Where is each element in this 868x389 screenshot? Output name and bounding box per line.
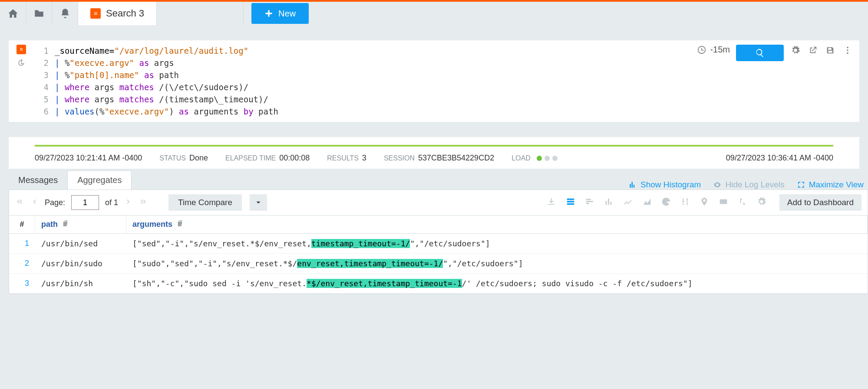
eye-off-icon xyxy=(713,180,722,189)
tab-messages[interactable]: Messages xyxy=(9,171,67,190)
new-button-label: New xyxy=(278,9,296,19)
tab-aggregates[interactable]: Aggregates xyxy=(67,170,132,190)
session-value: 537CBE3B54229CD2 xyxy=(418,154,494,163)
cell-path: /usr/bin/sudo xyxy=(35,254,126,273)
load-label: LOAD xyxy=(512,154,531,162)
page-label: Page: xyxy=(45,198,65,207)
add-to-dashboard-button[interactable]: Add to Dashboard xyxy=(779,194,861,211)
new-button[interactable]: New xyxy=(251,3,309,24)
first-page-button[interactable] xyxy=(15,197,24,208)
page-number-input[interactable] xyxy=(71,195,99,210)
time-range-value: -15m xyxy=(710,45,730,55)
hide-log-levels-button[interactable]: Hide Log Levels xyxy=(713,180,784,190)
area-chart-button[interactable] xyxy=(642,197,652,209)
share-button[interactable] xyxy=(807,45,818,56)
area-chart-icon xyxy=(642,197,652,206)
bar-horizontal-button[interactable] xyxy=(585,197,594,209)
more-menu-button[interactable] xyxy=(842,45,853,56)
open-button[interactable] xyxy=(26,2,52,25)
query-history-button[interactable] xyxy=(17,59,26,69)
table-row[interactable]: 2 /usr/bin/sudo ["sudo","sed","-i","s/en… xyxy=(9,254,868,274)
col-header-arguments[interactable]: arguments xyxy=(126,216,868,233)
run-search-button[interactable] xyxy=(736,45,784,61)
flow-icon xyxy=(738,197,747,206)
last-page-button[interactable] xyxy=(139,197,148,208)
query-panel: ≡ 123456 _sourceName="/var/log/laurel/au… xyxy=(9,40,859,122)
status-value: Done xyxy=(189,154,208,163)
svg-rect-3 xyxy=(720,199,727,204)
notifications-button[interactable] xyxy=(52,2,78,25)
copy-icon xyxy=(177,220,184,227)
line-number-gutter: 123456 xyxy=(34,40,51,122)
bell-icon xyxy=(59,8,71,19)
search-icon xyxy=(755,48,765,58)
history-icon xyxy=(17,59,26,67)
histogram-icon xyxy=(628,180,637,189)
copy-arguments-button[interactable] xyxy=(177,220,184,229)
search-tab[interactable]: ≡ Search 3 xyxy=(78,2,157,25)
pie-chart-icon xyxy=(661,197,671,206)
number-display-button[interactable] xyxy=(719,197,728,209)
chevron-right-icon xyxy=(124,197,133,206)
results-value: 3 xyxy=(362,154,366,163)
time-range-picker[interactable]: -15m xyxy=(697,45,730,55)
chevron-down-icon xyxy=(254,199,262,206)
toolbar-gear-button[interactable] xyxy=(757,197,766,209)
pie-chart-button[interactable] xyxy=(661,197,671,209)
line-chart-button[interactable] xyxy=(623,197,633,209)
home-button[interactable] xyxy=(0,2,26,25)
search-tab-icon: ≡ xyxy=(90,8,101,19)
chevrons-left-icon xyxy=(15,197,24,206)
results-label: RESULTS xyxy=(327,154,359,162)
cell-arguments: ["sudo","sed","-i","s/env_reset.*$/env_r… xyxy=(126,254,868,273)
line-chart-icon xyxy=(623,197,633,206)
bar-chart-icon xyxy=(604,197,614,206)
top-toolbar: ≡ Search 3 New xyxy=(0,0,868,25)
show-histogram-button[interactable]: Show Histogram xyxy=(628,180,701,190)
download-icon xyxy=(547,197,556,206)
status-label: STATUS xyxy=(159,154,186,162)
bar-chart-button[interactable] xyxy=(604,197,614,209)
col-header-number[interactable]: # xyxy=(9,216,35,233)
cell-path: /usr/bin/sed xyxy=(35,234,126,253)
chevron-left-icon xyxy=(30,197,39,206)
table-view-button[interactable] xyxy=(566,197,575,209)
map-pin-button[interactable] xyxy=(700,197,709,209)
save-button[interactable] xyxy=(825,45,836,56)
prev-page-button[interactable] xyxy=(30,197,39,208)
save-icon xyxy=(825,46,835,55)
number-icon xyxy=(719,197,728,206)
pager-toolbar: Page: of 1 Time Compare Add to Dashboard xyxy=(9,190,868,215)
tab-spacer xyxy=(157,2,244,25)
svg-point-0 xyxy=(847,47,848,49)
status-bar: 09/27/2023 10:21:41 AM -0400 STATUSDone … xyxy=(9,137,859,169)
export-button[interactable] xyxy=(547,197,556,209)
home-icon xyxy=(7,8,19,19)
time-compare-button[interactable]: Time Compare xyxy=(168,194,242,211)
next-page-button[interactable] xyxy=(124,197,133,208)
gear-icon xyxy=(757,197,766,206)
table-row[interactable]: 3 /usr/bin/sh ["sh","-c","sudo sed -i 's… xyxy=(9,274,868,294)
row-number: 3 xyxy=(9,274,35,293)
sliders-icon xyxy=(680,197,690,206)
cell-arguments: ["sed","-i","s/env_reset.*$/env_reset,ti… xyxy=(126,234,868,253)
query-editor[interactable]: _sourceName="/var/log/laurel/audit.log" … xyxy=(51,40,686,122)
time-compare-dropdown[interactable] xyxy=(250,194,267,211)
copy-path-button[interactable] xyxy=(62,220,69,229)
maximize-view-button[interactable]: Maximize View xyxy=(797,180,864,190)
query-action-bar: -15m xyxy=(686,40,859,122)
sliders-button[interactable] xyxy=(680,197,690,209)
settings-button[interactable] xyxy=(790,45,801,56)
flow-chart-button[interactable] xyxy=(738,197,747,209)
search-tab-title: Search 3 xyxy=(106,8,144,19)
result-tab-bar: Messages Aggregates Show Histogram Hide … xyxy=(9,169,868,190)
col-header-path[interactable]: path xyxy=(35,216,126,233)
results-table: # path arguments 1 /usr/bin/sed ["sed","… xyxy=(9,215,868,294)
copy-icon xyxy=(62,220,69,227)
cell-arguments: ["sh","-c","sudo sed -i 's/env_reset.*$/… xyxy=(126,274,868,293)
elapsed-label: ELAPSED TIME xyxy=(225,154,276,162)
query-type-icon[interactable]: ≡ xyxy=(17,45,26,54)
bars-horizontal-icon xyxy=(585,197,594,206)
table-icon xyxy=(566,197,575,206)
table-row[interactable]: 1 /usr/bin/sed ["sed","-i","s/env_reset.… xyxy=(9,234,868,254)
